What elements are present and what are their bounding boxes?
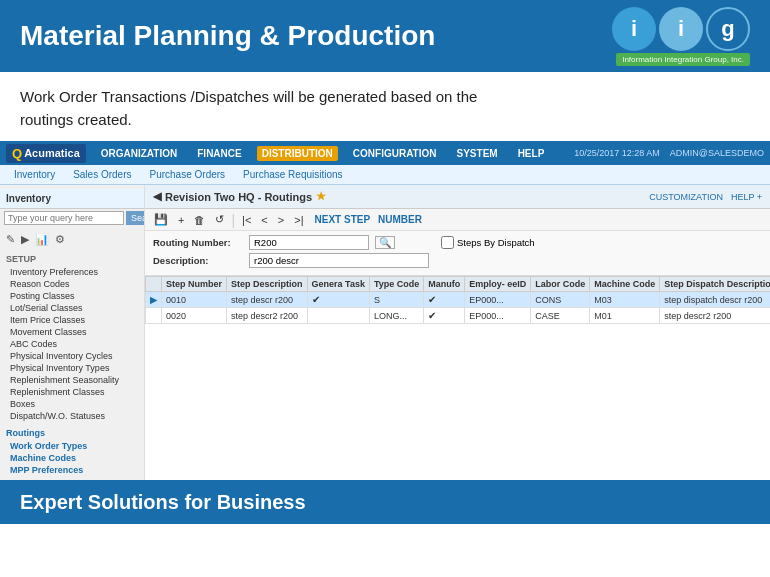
row-arrow-cell2	[146, 308, 162, 324]
star-icon[interactable]: ★	[316, 190, 326, 203]
customization-link[interactable]: CUSTOMIZATION	[649, 192, 723, 202]
acumatica-brand: Q Acumatica	[6, 144, 86, 163]
row-arrow-cell: ▶	[146, 292, 162, 308]
cell-step-description2: step descr2 r200	[227, 308, 308, 324]
sidebar-item-replenishment-seasonality[interactable]: Replenishment Seasonality	[0, 374, 144, 386]
footer-text: Expert Solutions for Business	[20, 491, 306, 514]
table-row[interactable]: 0020 step descr2 r200 LONG... ✔ EP000...…	[146, 308, 771, 324]
acumatica-q-icon: Q	[12, 146, 22, 161]
col-step-description[interactable]: Step Description	[227, 277, 308, 292]
page-title: Material Planning & Production	[20, 20, 435, 52]
logo-wrapper: i i g Information Integration Group, Inc…	[612, 7, 750, 66]
col-selector	[146, 277, 162, 292]
number-label: NUMBER	[378, 214, 422, 225]
next-button[interactable]: >	[275, 214, 287, 226]
top-header: Material Planning & Production i i g Inf…	[0, 0, 770, 72]
search-button[interactable]: Search	[126, 211, 145, 225]
check-icon2: ✔	[428, 294, 436, 305]
bottom-footer: Expert Solutions for Business	[0, 480, 770, 524]
sidebar-item-lot-serial-classes[interactable]: Lot/Serial Classes	[0, 302, 144, 314]
prev-button[interactable]: <	[258, 214, 270, 226]
toolbar: 💾 + 🗑 ↺ | |< < > >| NEXT STEP NUMBER	[145, 209, 770, 231]
col-type-code[interactable]: Type Code	[369, 277, 423, 292]
save-button[interactable]: 💾	[151, 213, 171, 226]
form-area: Routing Number: 🔍 Steps By Dispatch Desc…	[145, 231, 770, 276]
nav-finance[interactable]: FINANCE	[192, 146, 246, 161]
chart-icon[interactable]: 📊	[35, 233, 49, 246]
help-link[interactable]: HELP +	[731, 192, 762, 202]
sidebar-search-area: Search	[0, 209, 144, 227]
add-button[interactable]: +	[175, 214, 187, 226]
routing-number-search-btn[interactable]: 🔍	[375, 236, 395, 249]
play-icon[interactable]: ▶	[21, 233, 29, 246]
col-employee-id[interactable]: Employ- eeID	[465, 277, 531, 292]
sidebar-item-work-order-types[interactable]: Work Order Types	[0, 440, 144, 452]
table-row[interactable]: ▶ 0010 step descr r200 ✔ S ✔ EP000... CO…	[146, 292, 771, 308]
sidebar-icon-bar: ✎ ▶ 📊 ⚙	[0, 231, 144, 248]
panel-header: ◀ Revision Two HQ - Routings ★ CUSTOMIZA…	[145, 185, 770, 209]
col-machine-code[interactable]: Machine Code	[590, 277, 660, 292]
col-labor-code[interactable]: Labor Code	[531, 277, 590, 292]
back-arrow-icon[interactable]: ◀	[153, 190, 161, 203]
routing-number-row: Routing Number: 🔍 Steps By Dispatch	[153, 235, 762, 250]
nav-datetime: 10/25/2017 12:28 AM	[574, 148, 660, 158]
cell-type-code2: LONG...	[369, 308, 423, 324]
col-step-number[interactable]: Step Number	[162, 277, 227, 292]
sidebar-item-physical-inventory-types[interactable]: Physical Inventory Types	[0, 362, 144, 374]
sidebar-item-reason-codes[interactable]: Reason Codes	[0, 278, 144, 290]
refresh-button[interactable]: ↺	[212, 213, 227, 226]
steps-by-dispatch-checkbox[interactable]	[441, 236, 454, 249]
content-area: Inventory Search ✎ ▶ 📊 ⚙ SETUP Inventory…	[0, 185, 770, 480]
sidebar-item-dispatch-wo-statuses[interactable]: Dispatch/W.O. Statuses	[0, 410, 144, 422]
description-line2: routings created.	[20, 111, 132, 128]
check-icon3: ✔	[428, 310, 436, 321]
search-input[interactable]	[4, 211, 124, 225]
tab-inventory[interactable]: Inventory	[6, 167, 63, 182]
routing-number-input[interactable]	[249, 235, 369, 250]
cell-machine-code: M03	[590, 292, 660, 308]
sidebar-item-inventory-preferences[interactable]: Inventory Preferences	[0, 266, 144, 278]
description-input[interactable]	[249, 253, 429, 268]
main-panel: ◀ Revision Two HQ - Routings ★ CUSTOMIZA…	[145, 185, 770, 480]
col-manufo[interactable]: Manufo	[424, 277, 465, 292]
cell-labor-code: CONS	[531, 292, 590, 308]
description-label: Description:	[153, 255, 243, 266]
nav-distribution[interactable]: DISTRIBUTION	[257, 146, 338, 161]
col-step-dispatch-description[interactable]: Step Dispatch Description	[660, 277, 770, 292]
sidebar-item-machine-codes[interactable]: Machine Codes	[0, 452, 144, 464]
tab-purchase-requisitions[interactable]: Purchase Requisitions	[235, 167, 351, 182]
logo-i2-icon: i	[659, 7, 703, 51]
routing-number-label: Routing Number:	[153, 237, 243, 248]
sidebar-item-abc-codes[interactable]: ABC Codes	[0, 338, 144, 350]
nav-configuration[interactable]: CONFIGURATION	[348, 146, 442, 161]
sidebar-item-boxes[interactable]: Boxes	[0, 398, 144, 410]
nav-help[interactable]: HELP	[513, 146, 550, 161]
sidebar-item-item-price-classes[interactable]: Item Price Classes	[0, 314, 144, 326]
pencil-icon[interactable]: ✎	[6, 233, 15, 246]
sidebar: Inventory Search ✎ ▶ 📊 ⚙ SETUP Inventory…	[0, 185, 145, 480]
sidebar-item-mpp-preferences[interactable]: MPP Preferences	[0, 464, 144, 476]
cell-labor-code2: CASE	[531, 308, 590, 324]
steps-by-dispatch-label: Steps By Dispatch	[457, 237, 535, 248]
last-button[interactable]: >|	[291, 214, 306, 226]
nav-system[interactable]: SYSTEM	[452, 146, 503, 161]
sidebar-item-posting-classes[interactable]: Posting Classes	[0, 290, 144, 302]
sidebar-item-movement-classes[interactable]: Movement Classes	[0, 326, 144, 338]
next-step-label: NEXT STEP	[315, 214, 371, 225]
tab-sales-orders[interactable]: Sales Orders	[65, 167, 139, 182]
nav-organization[interactable]: ORGANIZATION	[96, 146, 182, 161]
first-button[interactable]: |<	[239, 214, 254, 226]
cell-step-number2: 0020	[162, 308, 227, 324]
description-row: Description:	[153, 253, 762, 268]
cell-genera-task2	[307, 308, 369, 324]
check-icon: ✔	[312, 294, 320, 305]
panel-title-area: ◀ Revision Two HQ - Routings ★	[153, 190, 326, 203]
cell-employee-id2: EP000...	[465, 308, 531, 324]
gear-icon[interactable]: ⚙	[55, 233, 65, 246]
tab-purchase-orders[interactable]: Purchase Orders	[142, 167, 234, 182]
sidebar-item-physical-inventory-cycles[interactable]: Physical Inventory Cycles	[0, 350, 144, 362]
col-genera-task[interactable]: Genera Task	[307, 277, 369, 292]
cell-machine-code2: M01	[590, 308, 660, 324]
sidebar-item-replenishment-classes[interactable]: Replenishment Classes	[0, 386, 144, 398]
delete-button[interactable]: 🗑	[191, 214, 208, 226]
